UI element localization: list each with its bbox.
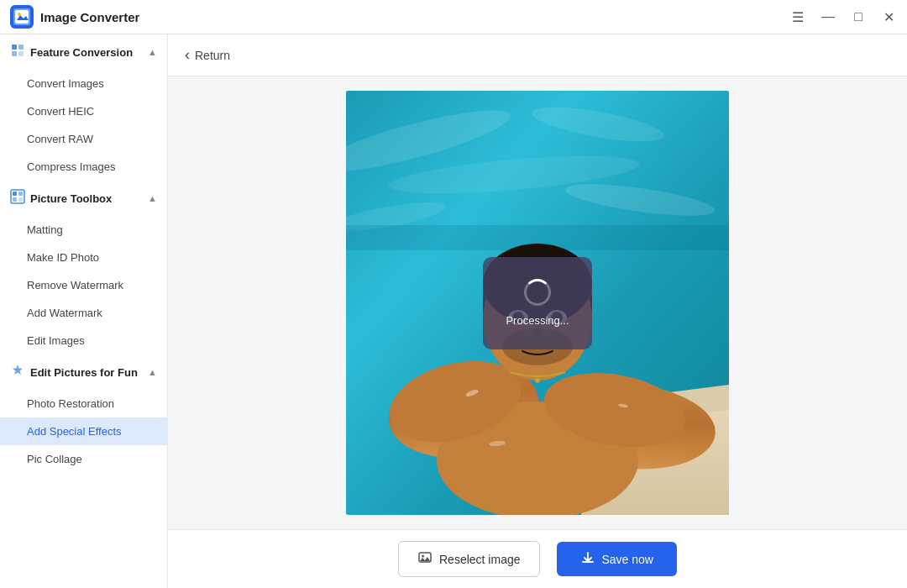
feature-conversion-chevron: ▲ (148, 47, 157, 57)
sidebar-section-header-feature-conversion[interactable]: Feature Conversion ▲ (0, 34, 167, 70)
sidebar-item-convert-raw[interactable]: Convert RAW (0, 125, 167, 153)
return-arrow-icon: ‹ (185, 46, 190, 64)
sidebar-item-photo-restoration[interactable]: Photo Restoration (0, 390, 167, 417)
sidebar-item-remove-watermark[interactable]: Remove Watermark (0, 271, 167, 299)
picture-toolbox-chevron: ▲ (148, 193, 157, 203)
feature-conversion-icon (10, 43, 25, 61)
app-logo (10, 5, 34, 29)
save-label: Save now (602, 553, 653, 566)
sidebar-item-convert-images[interactable]: Convert Images (0, 70, 167, 97)
svg-rect-10 (18, 192, 23, 196)
action-bar: Reselect image Save now (168, 529, 907, 588)
sidebar-section-feature-conversion: Feature Conversion ▲ Convert Images Conv… (0, 34, 167, 181)
svg-point-32 (535, 378, 540, 383)
return-button[interactable]: ‹ Return (185, 46, 230, 64)
return-label: Return (195, 49, 230, 62)
app-title: Image Converter (40, 10, 789, 24)
svg-rect-6 (12, 51, 17, 56)
processing-spinner (524, 279, 551, 306)
edit-pictures-fun-icon (10, 363, 25, 381)
sidebar: Feature Conversion ▲ Convert Images Conv… (0, 34, 168, 588)
feature-conversion-label: Feature Conversion (30, 46, 133, 59)
image-wrapper: Processing... (346, 91, 729, 515)
sidebar-section-picture-toolbox: Picture Toolbox ▲ Matting Make ID Photo … (0, 181, 167, 354)
sidebar-item-make-id-photo[interactable]: Make ID Photo (0, 244, 167, 271)
svg-rect-5 (18, 45, 24, 50)
reselect-image-button[interactable]: Reselect image (398, 541, 540, 577)
minimize-button[interactable]: — (820, 8, 836, 25)
title-bar: Image Converter ☰ — □ ✕ (0, 0, 907, 34)
processing-text: Processing... (506, 314, 569, 327)
reselect-label: Reselect image (439, 553, 521, 566)
image-area: Processing... (168, 76, 907, 529)
window-controls: ☰ — □ ✕ (789, 8, 897, 25)
close-button[interactable]: ✕ (880, 8, 897, 25)
picture-toolbox-label: Picture Toolbox (30, 192, 112, 205)
edit-pictures-fun-chevron: ▲ (148, 367, 157, 377)
svg-point-37 (422, 555, 424, 558)
edit-pictures-fun-label: Edit Pictures for Fun (30, 366, 138, 379)
processing-overlay: Processing... (483, 257, 592, 349)
sidebar-section-edit-pictures-fun: Edit Pictures for Fun ▲ Photo Restoratio… (0, 354, 167, 473)
svg-rect-12 (18, 197, 23, 202)
svg-rect-11 (13, 197, 17, 202)
svg-rect-9 (13, 192, 17, 196)
content-topbar: ‹ Return (168, 34, 907, 76)
sidebar-section-header-edit-pictures-fun[interactable]: Edit Pictures for Fun ▲ (0, 354, 167, 390)
svg-point-3 (18, 13, 21, 16)
sidebar-section-header-picture-toolbox[interactable]: Picture Toolbox ▲ (0, 181, 167, 216)
content-area: ‹ Return (168, 34, 907, 588)
picture-toolbox-icon (10, 189, 25, 207)
save-icon (580, 550, 595, 568)
svg-rect-4 (12, 45, 17, 50)
main-layout: Feature Conversion ▲ Convert Images Conv… (0, 34, 907, 588)
sidebar-item-add-special-effects[interactable]: Add Special Effects (0, 417, 167, 445)
sidebar-item-convert-heic[interactable]: Convert HEIC (0, 97, 167, 125)
maximize-button[interactable]: □ (850, 8, 867, 25)
sidebar-item-edit-images[interactable]: Edit Images (0, 327, 167, 354)
sidebar-item-compress-images[interactable]: Compress Images (0, 153, 167, 181)
sidebar-item-pic-collage[interactable]: Pic Collage (0, 445, 167, 473)
reselect-icon (417, 550, 433, 568)
save-now-button[interactable]: Save now (557, 542, 677, 576)
menu-button[interactable]: ☰ (789, 8, 806, 25)
svg-rect-7 (18, 51, 24, 56)
sidebar-item-matting[interactable]: Matting (0, 216, 167, 244)
sidebar-item-add-watermark[interactable]: Add Watermark (0, 299, 167, 327)
